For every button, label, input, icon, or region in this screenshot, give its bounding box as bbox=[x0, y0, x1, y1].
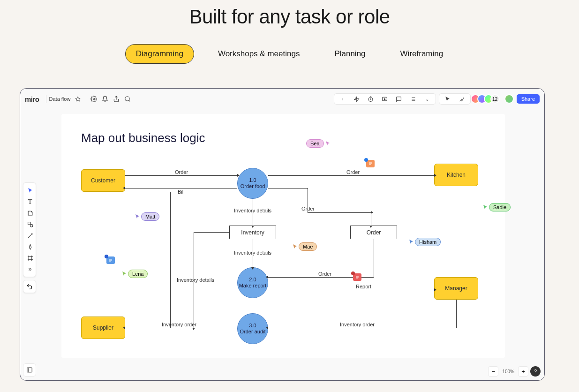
edge bbox=[268, 290, 434, 290]
text-tool[interactable]: T bbox=[23, 196, 37, 207]
svg-marker-5 bbox=[354, 97, 359, 102]
user-cursor-bea: Bea bbox=[306, 139, 331, 148]
process-num: 1.0 bbox=[249, 177, 256, 183]
comment-icon[interactable] bbox=[366, 160, 375, 167]
process-label: Order audit bbox=[240, 329, 265, 335]
edge-label-inv-details: Inventory details bbox=[234, 250, 271, 256]
user-cursor-matt: Matt bbox=[135, 212, 159, 221]
process-num: 2.0 bbox=[249, 277, 256, 283]
canvas[interactable]: Map out business logic Customer Kitchen … bbox=[61, 114, 505, 358]
tab-wireframing[interactable]: Wireframing bbox=[390, 44, 454, 64]
miro-logo: miro bbox=[25, 95, 39, 103]
svg-line-17 bbox=[28, 234, 32, 238]
edge-label-inv-details: Inventory details bbox=[177, 277, 214, 283]
help-button[interactable]: ? bbox=[530, 366, 541, 377]
present-icon[interactable] bbox=[381, 95, 389, 103]
lightning-icon[interactable] bbox=[353, 95, 361, 103]
cursor-icon[interactable] bbox=[444, 95, 451, 103]
edge-label-inv-order: Inventory order bbox=[162, 322, 196, 327]
edge bbox=[125, 188, 237, 188]
tab-workshops[interactable]: Workshops & meetings bbox=[207, 44, 310, 64]
sticky-note-tool[interactable] bbox=[23, 207, 37, 219]
node-supplier[interactable]: Supplier bbox=[81, 317, 125, 339]
user-name: Mae bbox=[299, 242, 317, 251]
edge-label-bill: Bill bbox=[178, 189, 185, 195]
edge-label-order: Order bbox=[175, 169, 188, 175]
undo-button[interactable] bbox=[23, 280, 36, 293]
edge bbox=[374, 239, 374, 277]
panel-toggle[interactable] bbox=[23, 363, 36, 377]
edge bbox=[125, 175, 237, 176]
node-order-store[interactable]: Order bbox=[350, 226, 397, 239]
user-name: Bea bbox=[306, 139, 324, 148]
user-name: Matt bbox=[141, 212, 159, 221]
node-order-food[interactable]: 1.0 Order food bbox=[237, 168, 268, 199]
process-num: 3.0 bbox=[249, 323, 256, 329]
actions-group: › ⌄ bbox=[334, 93, 436, 105]
edge bbox=[125, 328, 237, 328]
frame-tool[interactable] bbox=[23, 252, 37, 264]
user-cursor-lena: Lena bbox=[121, 270, 148, 278]
tab-planning[interactable]: Planning bbox=[323, 44, 376, 64]
svg-rect-15 bbox=[28, 222, 30, 224]
canvas-title: Map out business logic bbox=[81, 131, 205, 145]
tab-diagramming[interactable]: Diagramming bbox=[125, 44, 194, 64]
edge-label-order: Order bbox=[318, 271, 331, 277]
user-name: Hisham bbox=[415, 238, 441, 246]
comment-icon[interactable] bbox=[106, 256, 115, 264]
svg-point-3 bbox=[125, 97, 129, 101]
node-customer[interactable]: Customer bbox=[81, 169, 125, 192]
process-label: Make report bbox=[239, 283, 267, 289]
node-order-audit[interactable]: 3.0 Order audit bbox=[237, 313, 268, 344]
zoom-in-button[interactable]: + bbox=[518, 366, 528, 377]
topbar-right: › ⌄ bbox=[334, 92, 540, 106]
tabs-row: Diagramming Workshops & meetings Plannin… bbox=[0, 44, 579, 64]
share-button[interactable]: Share bbox=[517, 94, 540, 104]
more-tools[interactable]: » bbox=[23, 264, 37, 275]
select-tool[interactable] bbox=[23, 185, 37, 196]
node-make-report[interactable]: 2.0 Make report bbox=[237, 267, 268, 298]
edge bbox=[456, 300, 457, 328]
app-frame: miro Data flow › bbox=[20, 88, 545, 381]
avatar-count[interactable]: 12 bbox=[490, 94, 500, 104]
export-icon[interactable] bbox=[113, 95, 120, 103]
zoom-level[interactable]: 100% bbox=[500, 369, 516, 374]
comment-icon[interactable] bbox=[395, 95, 403, 103]
line-tool[interactable] bbox=[23, 230, 37, 241]
chevron-down-icon[interactable]: ⌄ bbox=[423, 95, 431, 103]
bell-icon[interactable] bbox=[101, 95, 109, 103]
board-name[interactable]: Data flow bbox=[49, 96, 71, 102]
node-kitchen[interactable]: Kitchen bbox=[434, 164, 478, 186]
edge bbox=[125, 192, 170, 192]
list-icon[interactable] bbox=[409, 95, 417, 103]
user-cursor-mae: Mae bbox=[292, 242, 317, 251]
edge-label-inv-order: Inventory order bbox=[340, 322, 375, 327]
user-name: Lena bbox=[128, 270, 148, 278]
pen-tool[interactable] bbox=[23, 241, 37, 252]
shape-tool[interactable] bbox=[23, 219, 37, 230]
edge bbox=[308, 212, 371, 213]
star-icon[interactable] bbox=[74, 95, 82, 103]
collapse-icon[interactable]: › bbox=[339, 95, 346, 103]
user-cursor-sadie: Sadie bbox=[482, 203, 511, 211]
edge bbox=[268, 175, 434, 176]
edge bbox=[371, 212, 371, 226]
timer-icon[interactable] bbox=[367, 95, 375, 103]
settings-icon[interactable] bbox=[90, 95, 98, 103]
search-icon[interactable] bbox=[124, 95, 131, 103]
svg-rect-22 bbox=[27, 368, 32, 372]
reactions-icon[interactable] bbox=[458, 95, 466, 103]
edge bbox=[268, 188, 308, 188]
edge-label-inv-details: Inventory details bbox=[234, 208, 271, 213]
zoom-controls: − 100% + ? bbox=[488, 366, 541, 377]
left-toolbar: T » bbox=[23, 182, 36, 277]
current-user-avatar[interactable] bbox=[504, 94, 514, 104]
node-manager[interactable]: Manager bbox=[434, 277, 478, 300]
edge bbox=[268, 328, 456, 328]
divider bbox=[46, 95, 46, 103]
svg-point-1 bbox=[93, 98, 95, 100]
comment-icon[interactable] bbox=[353, 273, 361, 281]
collaborator-avatars[interactable]: 12 bbox=[474, 94, 500, 104]
zoom-out-button[interactable]: − bbox=[488, 366, 498, 377]
edge bbox=[194, 232, 194, 328]
